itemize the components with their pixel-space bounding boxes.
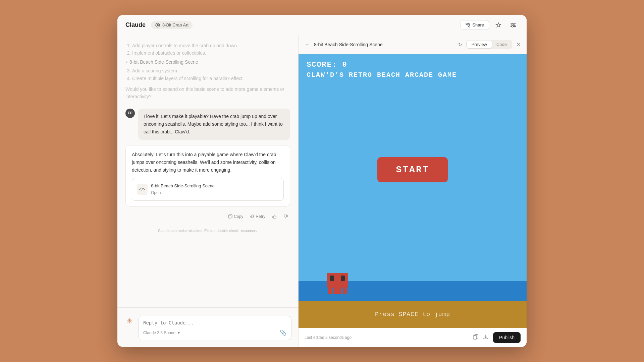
crab-leg-1 <box>328 287 332 294</box>
svg-rect-2 <box>466 23 467 24</box>
app-logo: Claude <box>125 21 146 28</box>
copy-icon <box>228 214 232 219</box>
thumbs-up-button[interactable] <box>270 213 279 220</box>
crab-character <box>325 273 350 294</box>
header-left: Claude 8-Bit Crab Art <box>125 21 193 29</box>
preview-title: 8-bit Beach Side-Scrolling Scene <box>314 42 454 47</box>
game-ground-area: Press SPACE to jump <box>299 261 527 328</box>
artifact-info: 8-bit Beach Side-Scrolling Scene Open <box>151 182 279 196</box>
claude-logo-icon: ✳ <box>124 316 135 326</box>
pixel-crab-sprite <box>325 273 350 294</box>
crab-eye-right <box>341 276 345 281</box>
svg-rect-14 <box>228 215 231 218</box>
svg-point-13 <box>512 26 513 27</box>
header-right: Share <box>461 20 519 31</box>
chat-messages: Add player controls to move the crab up … <box>117 35 298 307</box>
project-badge[interactable]: 8-Bit Crab Art <box>151 21 193 29</box>
model-label: Claude 3.5 Sonnet <box>143 330 176 335</box>
preview-tabs: Preview Code <box>466 40 512 49</box>
svg-point-11 <box>511 23 513 24</box>
thumbs-down-icon <box>283 214 288 219</box>
svg-point-12 <box>513 24 515 26</box>
input-wrapper: Claude 3.5 Sonnet ▾ 📎 <box>138 316 291 340</box>
copy-artifact-icon <box>473 334 478 340</box>
download-button[interactable] <box>483 334 488 341</box>
project-icon <box>155 22 160 28</box>
crab-leg-4 <box>337 287 341 294</box>
attach-icon[interactable]: 📎 <box>280 329 286 336</box>
svg-rect-15 <box>473 336 477 339</box>
faded-highlight: + 8-bit Beach Side-Scrolling Scene <box>125 58 290 66</box>
footer-actions: Publish <box>473 332 521 343</box>
copy-artifact-button[interactable] <box>473 334 478 341</box>
svg-line-7 <box>467 24 469 26</box>
code-icon: </> <box>137 184 148 195</box>
input-footer: Claude 3.5 Sonnet ▾ 📎 <box>143 329 286 336</box>
model-selector[interactable]: Claude 3.5 Sonnet ▾ <box>143 330 180 335</box>
retry-icon <box>250 214 254 219</box>
crab-leg-2 <box>333 287 337 294</box>
assistant-text: Absolutely! Let's turn this into a playa… <box>132 151 284 174</box>
faded-item-3: Add a scoring system. <box>132 67 290 74</box>
tab-code[interactable]: Code <box>492 41 512 48</box>
copy-label: Copy <box>234 214 243 219</box>
game-center: START <box>299 79 527 261</box>
user-message-bubble: I love it. Let's make it playable? Have … <box>138 109 290 140</box>
copy-button[interactable]: Copy <box>226 213 245 220</box>
app-window: Claude 8-Bit Crab Art <box>117 15 527 347</box>
disclaimer: Claude can make mistakes. Please double-… <box>125 227 290 237</box>
settings-button[interactable] <box>508 20 519 31</box>
share-icon <box>466 23 470 27</box>
download-icon <box>483 334 488 340</box>
message-actions: Copy Retry <box>125 212 290 221</box>
svg-rect-4 <box>469 26 470 27</box>
reply-input[interactable] <box>143 320 286 325</box>
model-chevron: ▾ <box>178 330 180 335</box>
game-preview: SCORE: 0 CLAW'D'S RETRO BEACH ARCADE GAM… <box>299 54 527 328</box>
close-button[interactable]: ✕ <box>516 41 521 48</box>
user-message-wrap: EP I love it. Let's make it playable? Ha… <box>125 109 290 140</box>
game-hud: SCORE: 0 CLAW'D'S RETRO BEACH ARCADE GAM… <box>299 54 527 79</box>
last-edited-text: Last edited 2 seconds ago <box>305 335 352 340</box>
tab-preview[interactable]: Preview <box>467 41 492 48</box>
user-avatar-ep: EP <box>125 109 135 118</box>
star-button[interactable] <box>493 20 504 31</box>
faded-message: Add player controls to move the crab up … <box>125 42 290 103</box>
preview-header: ← 8-bit Beach Side-Scrolling Scene ↻ Pre… <box>299 35 527 54</box>
faded-followup: Would you like to expand on this basic s… <box>125 85 290 101</box>
chat-panel: Add player controls to move the crab up … <box>117 35 299 347</box>
faded-item-4: Create multiple layers of scrolling for … <box>132 75 290 82</box>
game-title-text: CLAW'D'S RETRO BEACH ARCADE GAME <box>307 71 519 79</box>
thumbs-up-icon <box>272 214 277 219</box>
chat-input-area: ✳ Claude 3.5 Sonnet ▾ 📎 <box>117 307 298 347</box>
retry-button[interactable]: Retry <box>248 213 267 220</box>
share-label: Share <box>472 22 484 27</box>
star-icon <box>495 22 501 28</box>
input-box: Claude 3.5 Sonnet ▾ 📎 <box>138 316 291 340</box>
thumbs-down-button[interactable] <box>281 213 290 220</box>
faded-item-2: Implement obstacles or collectibles. <box>132 49 290 57</box>
bottom-row: ✳ Claude 3.5 Sonnet ▾ 📎 <box>124 313 291 340</box>
project-name: 8-Bit Crab Art <box>162 22 189 27</box>
settings-icon <box>510 22 516 28</box>
share-button[interactable]: Share <box>461 20 489 30</box>
press-space-label: Press SPACE to jump <box>299 311 527 318</box>
asterisk-icon: ✳ <box>126 317 132 325</box>
preview-footer: Last edited 2 seconds ago <box>299 328 527 347</box>
artifact-card[interactable]: </> 8-bit Beach Side-Scrolling Scene Ope… <box>132 178 284 200</box>
crab-leg-3 <box>343 287 347 294</box>
back-button[interactable]: ← <box>305 42 310 48</box>
header: Claude 8-Bit Crab Art <box>117 15 527 35</box>
artifact-subtitle: Open <box>151 190 279 196</box>
faded-item-1: Add player controls to move the crab up … <box>132 42 290 49</box>
refresh-button[interactable]: ↻ <box>458 42 462 47</box>
crab-eye-left <box>330 276 334 281</box>
game-score: SCORE: 0 <box>307 61 519 69</box>
publish-button[interactable]: Publish <box>493 332 521 343</box>
preview-panel: ← 8-bit Beach Side-Scrolling Scene ↻ Pre… <box>299 35 527 347</box>
artifact-title: 8-bit Beach Side-Scrolling Scene <box>151 182 279 189</box>
svg-point-1 <box>157 24 159 26</box>
retry-label: Retry <box>256 214 265 219</box>
start-game-button[interactable]: START <box>377 157 447 182</box>
svg-rect-3 <box>469 23 470 24</box>
